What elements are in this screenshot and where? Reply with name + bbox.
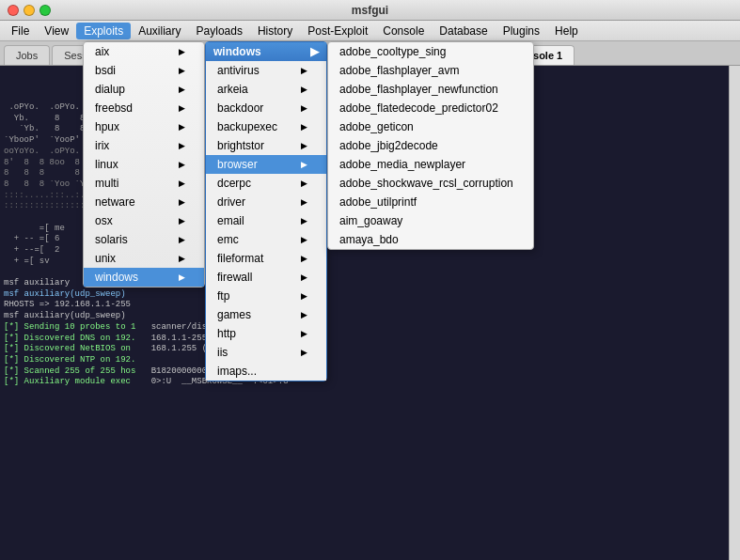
windows-brightstor[interactable]: brightstor — [206, 136, 326, 155]
windows-antivirus[interactable]: antivirus — [206, 61, 326, 80]
menu-exploits[interactable]: Exploits — [76, 23, 131, 39]
vertical-scrollbar[interactable] — [729, 66, 740, 560]
windows-ftp[interactable]: ftp — [206, 287, 326, 305]
browser-adobe-flashplayer-newfunction[interactable]: adobe_flashplayer_newfunction — [328, 80, 533, 99]
windows-email[interactable]: email — [206, 211, 326, 230]
exploits-item-irix[interactable]: irix — [84, 136, 204, 155]
windows-imaps[interactable]: imaps... — [206, 362, 326, 381]
windows-emc[interactable]: emc — [206, 230, 326, 249]
windows-browser[interactable]: browser — [206, 155, 326, 174]
menu-console[interactable]: Console — [375, 23, 432, 39]
exploits-item-unix[interactable]: unix — [84, 249, 204, 268]
window-title: msfgui — [352, 4, 388, 17]
windows-fileformat[interactable]: fileformat — [206, 249, 326, 268]
windows-driver[interactable]: driver — [206, 193, 326, 211]
exploits-item-aix[interactable]: aix — [84, 42, 204, 61]
menu-post-exploit[interactable]: Post-Exploit — [300, 23, 375, 39]
exploits-dropdown[interactable]: aix bsdi dialup freebsd hpux irix linux … — [83, 41, 205, 288]
tab-jobs[interactable]: Jobs — [4, 45, 50, 65]
menu-help[interactable]: Help — [547, 23, 586, 39]
windows-submenu-header: windows ▶ — [206, 42, 326, 61]
browser-adobe-utilprintf[interactable]: adobe_utilprintf — [328, 193, 533, 211]
windows-http[interactable]: http — [206, 324, 326, 343]
exploits-item-linux[interactable]: linux — [84, 155, 204, 174]
windows-arkeia[interactable]: arkeia — [206, 80, 326, 99]
title-bar: msfgui — [0, 0, 740, 21]
menu-auxiliary[interactable]: Auxiliary — [131, 23, 188, 39]
browser-amaya-bdo[interactable]: amaya_bdo — [328, 230, 533, 249]
exploits-item-multi[interactable]: multi — [84, 174, 204, 193]
browser-adobe-jbig2decode[interactable]: adobe_jbig2decode — [328, 136, 533, 155]
browser-adobe-flashplayer-avm[interactable]: adobe_flashplayer_avm — [328, 61, 533, 80]
browser-aim-goaway[interactable]: aim_goaway — [328, 211, 533, 230]
exploits-item-freebsd[interactable]: freebsd — [84, 99, 204, 117]
windows-backdoor[interactable]: backdoor — [206, 99, 326, 117]
windows-firewall[interactable]: firewall — [206, 268, 326, 287]
windows-dcerpc[interactable]: dcerpc — [206, 174, 326, 193]
minimize-button[interactable] — [24, 5, 35, 16]
exploits-item-netware[interactable]: netware — [84, 193, 204, 211]
exploits-item-solaris[interactable]: solaris — [84, 230, 204, 249]
exploits-item-windows[interactable]: windows — [84, 268, 204, 287]
exploits-item-dialup[interactable]: dialup — [84, 80, 204, 99]
exploits-item-osx[interactable]: osx — [84, 211, 204, 230]
menu-payloads[interactable]: Payloads — [189, 23, 250, 39]
menu-history[interactable]: History — [250, 23, 300, 39]
browser-adobe-cooltype[interactable]: adobe_cooltype_sing — [328, 42, 533, 61]
menu-view[interactable]: View — [37, 23, 76, 39]
windows-iis[interactable]: iis — [206, 343, 326, 362]
menu-plugins[interactable]: Plugins — [496, 23, 547, 39]
exploits-item-hpux[interactable]: hpux — [84, 117, 204, 136]
windows-backupexec[interactable]: backupexec — [206, 117, 326, 136]
maximize-button[interactable] — [39, 5, 51, 16]
menu-file[interactable]: File — [4, 23, 37, 39]
menu-bar: File View Exploits Auxiliary Payloads Hi… — [0, 21, 740, 41]
window-controls — [8, 5, 51, 16]
browser-adobe-shockwave[interactable]: adobe_shockwave_rcsl_corruption — [328, 174, 533, 193]
windows-submenu[interactable]: windows ▶ antivirus arkeia backdoor back… — [205, 41, 327, 381]
main-content: 8 o o 8 .oPYo. .oPYo. 8 .oPYo. o8 o8P Yb… — [0, 66, 740, 560]
exploits-item-bsdi[interactable]: bsdi — [84, 61, 204, 80]
close-button[interactable] — [8, 5, 19, 16]
menu-database[interactable]: Database — [432, 23, 495, 39]
browser-adobe-media[interactable]: adobe_media_newplayer — [328, 155, 533, 174]
browser-submenu[interactable]: adobe_cooltype_sing adobe_flashplayer_av… — [327, 41, 534, 250]
browser-adobe-flatedecode[interactable]: adobe_flatedecode_predictor02 — [328, 99, 533, 117]
windows-games[interactable]: games — [206, 305, 326, 324]
browser-adobe-geticon[interactable]: adobe_geticon — [328, 117, 533, 136]
